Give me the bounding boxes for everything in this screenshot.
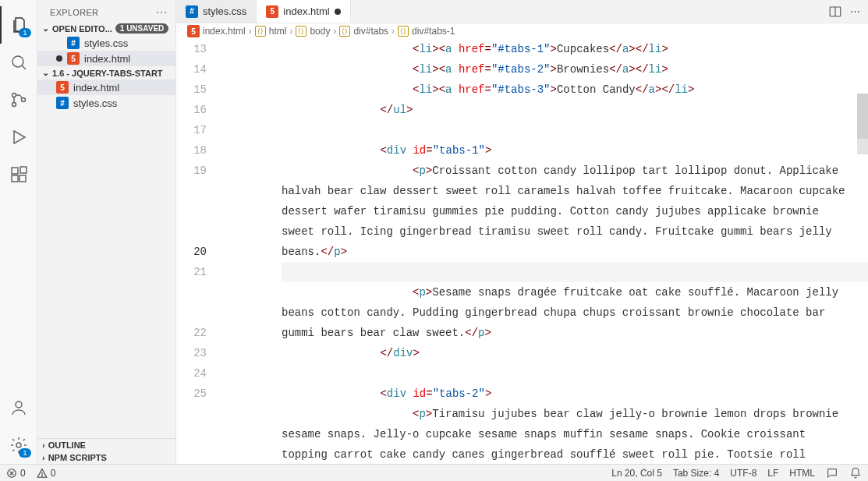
source-control-icon[interactable] — [0, 81, 37, 118]
tab-size[interactable]: Tab Size: 4 — [673, 468, 719, 479]
explorer-icon[interactable]: 1 — [0, 6, 37, 44]
folder-section[interactable]: ⌄ 1.6 - JQUERY-TABS-START — [37, 66, 175, 80]
tab-styles-css[interactable]: # styles.css — [176, 0, 257, 23]
file-item[interactable]: 5 index.html — [37, 80, 175, 95]
open-editor-item[interactable]: # styles.css — [37, 35, 175, 51]
chevron-right-icon: › — [333, 26, 336, 37]
tab-label: index.html — [283, 5, 329, 17]
open-editor-item[interactable]: 5 index.html — [37, 51, 175, 66]
extensions-icon[interactable] — [0, 156, 37, 193]
breadcrumb-item[interactable]: div#tabs-1 — [412, 26, 455, 37]
activity-bar: 1 1 — [0, 0, 37, 464]
breadcrumbs[interactable]: 5 index.html › ⟨⟩ html › ⟨⟩ body › ⟨⟩ di… — [176, 23, 868, 39]
chevron-right-icon: › — [391, 26, 395, 37]
code-editor[interactable]: 1314151617181920212223242526 <li><a href… — [176, 39, 868, 464]
css-file-icon: # — [186, 5, 198, 18]
html-file-icon: 5 — [67, 52, 80, 65]
split-editor-icon[interactable] — [828, 5, 842, 19]
file-name: styles.css — [84, 37, 128, 49]
file-item[interactable]: # styles.css — [37, 95, 175, 111]
gutter: 1314151617181920212223242526 — [176, 39, 219, 464]
sidebar: EXPLORER ⋯ ⌄ OPEN EDITO... 1 UNSAVED # s… — [37, 0, 176, 464]
chevron-down-icon: ⌄ — [42, 23, 49, 34]
svg-point-11 — [16, 443, 21, 447]
element-icon: ⟨⟩ — [398, 26, 409, 37]
npm-scripts-label: NPM SCRIPTS — [48, 453, 107, 462]
css-file-icon: # — [56, 97, 69, 109]
chevron-right-icon: › — [42, 440, 45, 450]
eol[interactable]: LF — [767, 468, 778, 479]
scrollbar-track-mark — [857, 139, 868, 154]
element-icon: ⟨⟩ — [339, 26, 350, 37]
breadcrumb-item[interactable]: html — [269, 26, 287, 37]
account-icon[interactable] — [0, 389, 37, 426]
svg-rect-7 — [12, 175, 18, 182]
breadcrumb-item[interactable]: div#tabs — [353, 26, 388, 37]
encoding[interactable]: UTF-8 — [730, 468, 756, 479]
dirty-dot-icon — [56, 55, 62, 62]
cursor-position[interactable]: Ln 20, Col 5 — [611, 468, 662, 479]
chevron-right-icon: › — [249, 26, 252, 37]
dirty-dot-icon — [335, 9, 341, 15]
gear-badge: 1 — [19, 448, 30, 458]
chevron-right-icon: › — [289, 26, 292, 37]
search-icon[interactable] — [0, 44, 37, 81]
chevron-right-icon: › — [42, 453, 45, 462]
unsaved-badge: 1 UNSAVED — [115, 23, 169, 34]
editor-more-icon[interactable]: ⋯ — [850, 5, 860, 17]
svg-point-0 — [12, 56, 23, 67]
editor-area: # styles.css 5 index.html ⋯ 5 index.html… — [176, 0, 868, 464]
explorer-badge: 1 — [19, 28, 30, 37]
tab-bar: # styles.css 5 index.html ⋯ — [176, 0, 868, 23]
svg-marker-5 — [14, 131, 25, 143]
svg-line-1 — [22, 65, 26, 69]
run-debug-icon[interactable] — [0, 118, 37, 156]
svg-rect-8 — [19, 175, 26, 182]
folder-label: 1.6 - JQUERY-TABS-START — [52, 69, 163, 78]
svg-point-10 — [16, 401, 22, 408]
svg-point-18 — [41, 476, 42, 476]
tab-index-html[interactable]: 5 index.html — [257, 0, 350, 23]
file-name: index.html — [73, 82, 119, 94]
tab-label: styles.css — [203, 5, 246, 17]
gear-icon[interactable]: 1 — [0, 426, 37, 464]
notifications-icon[interactable] — [849, 467, 862, 479]
open-editors-section[interactable]: ⌄ OPEN EDITO... 1 UNSAVED — [37, 22, 175, 35]
file-name: styles.css — [73, 97, 117, 109]
svg-point-2 — [12, 94, 16, 97]
breadcrumb-item[interactable]: body — [310, 26, 330, 37]
sidebar-title: EXPLORER — [50, 8, 98, 17]
svg-rect-6 — [12, 168, 18, 174]
element-icon: ⟨⟩ — [255, 26, 266, 37]
css-file-icon: # — [67, 37, 80, 49]
npm-scripts-section[interactable]: › NPM SCRIPTS — [37, 451, 175, 464]
scrollbar-thumb[interactable] — [857, 94, 868, 139]
html-file-icon: 5 — [187, 25, 200, 37]
outline-section[interactable]: › OUTLINE — [37, 439, 175, 451]
status-bar: 0 0 Ln 20, Col 5 Tab Size: 4 UTF-8 LF HT… — [0, 464, 868, 481]
html-file-icon: 5 — [56, 81, 69, 94]
outline-label: OUTLINE — [48, 440, 86, 450]
problems-errors[interactable]: 0 — [6, 468, 26, 479]
svg-point-4 — [21, 98, 25, 102]
problems-warnings[interactable]: 0 — [37, 468, 56, 479]
element-icon: ⟨⟩ — [296, 26, 306, 37]
file-name: index.html — [84, 53, 130, 65]
language-mode[interactable]: HTML — [789, 468, 815, 479]
chevron-down-icon: ⌄ — [42, 68, 49, 78]
html-file-icon: 5 — [266, 5, 278, 18]
open-editors-label: OPEN EDITO... — [52, 24, 112, 34]
breadcrumb-item[interactable]: index.html — [203, 26, 246, 37]
svg-point-3 — [12, 103, 16, 107]
svg-rect-9 — [20, 167, 27, 173]
code-lines[interactable]: <li><a href="#tabs-1">Cupcakes</a></li> … — [219, 39, 868, 464]
feedback-icon[interactable] — [826, 467, 838, 479]
sidebar-more-icon[interactable]: ⋯ — [155, 6, 168, 19]
